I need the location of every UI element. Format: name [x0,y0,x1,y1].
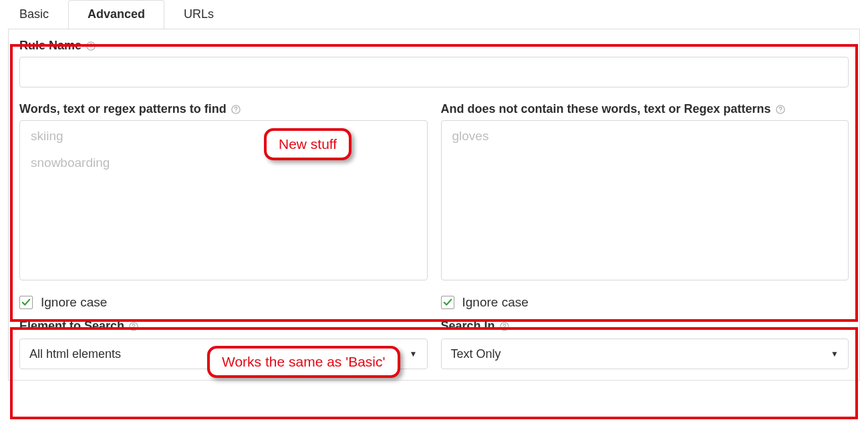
annotation-callout-new-stuff: New stuff [264,128,351,160]
tab-urls[interactable]: URLs [164,0,233,29]
select-value: All html elements [29,347,121,361]
caret-down-icon: ▼ [410,349,418,359]
tab-advanced[interactable]: Advanced [68,0,164,29]
rule-name-input[interactable] [19,57,849,87]
find-patterns-input[interactable]: skiing snowboarding [19,120,428,280]
help-icon[interactable] [231,104,241,115]
find-patterns-label: Words, text or regex patterns to find [19,102,227,116]
rule-name-label: Rule Name [19,39,82,53]
find-label-row: Words, text or regex patterns to find [19,102,428,116]
search-in-select[interactable]: Text Only ▼ [441,339,849,369]
help-icon[interactable] [128,321,139,332]
help-icon[interactable] [86,41,96,51]
ignore-case-right-checkbox[interactable] [441,296,454,309]
exclude-patterns-input[interactable]: gloves [441,120,849,280]
annotation-callout-same-as-basic: Works the same as 'Basic' [207,346,400,378]
svg-point-5 [780,111,780,112]
help-icon[interactable] [775,104,786,115]
rule-name-label-row: Rule Name [19,39,849,53]
search-in-label: Search In [441,319,495,333]
caret-down-icon: ▼ [831,349,839,359]
exclude-label-row: And does not contain these words, text o… [441,102,849,116]
svg-point-9 [504,328,504,328]
svg-point-3 [235,111,236,112]
ignore-case-left-label: Ignore case [41,295,107,310]
element-to-search-label: Element to Search [19,319,124,333]
svg-point-7 [133,328,134,328]
ignore-case-left-checkbox[interactable] [19,296,33,309]
tab-panel-advanced: Rule Name Words, text or regex patterns … [8,29,860,381]
tag-item[interactable]: skiing [31,129,416,144]
help-icon[interactable] [499,321,510,332]
exclude-patterns-label: And does not contain these words, text o… [441,102,771,116]
svg-point-1 [90,47,91,48]
tab-bar: Basic Advanced URLs [0,0,868,29]
tab-basic[interactable]: Basic [0,0,68,29]
select-value: Text Only [451,347,501,361]
ignore-case-right-label: Ignore case [462,295,529,310]
tag-item[interactable]: snowboarding [31,156,416,170]
tag-item[interactable]: gloves [452,129,838,144]
